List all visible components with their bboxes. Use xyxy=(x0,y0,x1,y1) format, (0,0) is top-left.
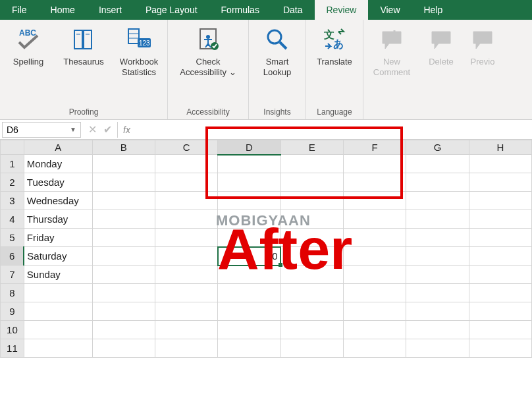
cell-D8[interactable] xyxy=(218,284,280,302)
cell-G2[interactable] xyxy=(406,173,469,192)
tab-view[interactable]: View xyxy=(368,0,412,20)
tab-help[interactable]: Help xyxy=(412,0,455,20)
cell-F1[interactable] xyxy=(344,155,406,173)
row-header-4[interactable]: 4 xyxy=(1,210,24,229)
row-header-8[interactable]: 8 xyxy=(1,284,24,302)
cell-C3[interactable] xyxy=(155,192,218,210)
cancel-formula-icon[interactable]: ✕ xyxy=(88,123,97,136)
cell-D10[interactable] xyxy=(218,321,280,339)
col-header-D[interactable]: D xyxy=(218,140,280,155)
cell-E9[interactable] xyxy=(280,302,343,321)
row-header-2[interactable]: 2 xyxy=(1,173,24,192)
cell-B6[interactable] xyxy=(92,247,155,266)
cell-A8[interactable] xyxy=(24,284,92,302)
cell-F11[interactable] xyxy=(344,339,406,358)
cell-E8[interactable] xyxy=(280,284,343,302)
col-header-F[interactable]: F xyxy=(344,140,406,155)
cell-F7[interactable] xyxy=(344,266,406,284)
cell-E3[interactable] xyxy=(280,192,343,210)
cell-F6[interactable] xyxy=(344,247,406,266)
col-header-H[interactable]: H xyxy=(469,140,531,155)
cell-B10[interactable] xyxy=(92,321,155,339)
cell-H4[interactable] xyxy=(469,210,531,229)
select-all-corner[interactable] xyxy=(1,140,24,155)
chevron-down-icon[interactable]: ▼ xyxy=(70,126,76,133)
row-header-5[interactable]: 5 xyxy=(1,229,24,247)
cell-B8[interactable] xyxy=(92,284,155,302)
cell-D4[interactable] xyxy=(218,210,280,229)
row-header-6[interactable]: 6 xyxy=(1,247,24,266)
cell-D5[interactable] xyxy=(218,229,280,247)
cell-A3[interactable]: Wednesday xyxy=(24,192,92,210)
cell-C6[interactable] xyxy=(155,247,218,266)
row-header-11[interactable]: 11 xyxy=(1,339,24,358)
cell-B5[interactable] xyxy=(92,229,155,247)
cell-A1[interactable]: Monday xyxy=(24,155,92,173)
tab-review[interactable]: Review xyxy=(315,0,369,20)
row-header-9[interactable]: 9 xyxy=(1,302,24,321)
cell-H9[interactable] xyxy=(469,302,531,321)
cell-G8[interactable] xyxy=(406,284,469,302)
col-header-A[interactable]: A xyxy=(24,140,92,155)
tab-page-layout[interactable]: Page Layout xyxy=(134,0,209,20)
cell-G5[interactable] xyxy=(406,229,469,247)
cell-C4[interactable] xyxy=(155,210,218,229)
cell-E4[interactable] xyxy=(280,210,343,229)
cell-A10[interactable] xyxy=(24,321,92,339)
cell-F2[interactable] xyxy=(344,173,406,192)
cell-A4[interactable]: Thursday xyxy=(24,210,92,229)
cell-E1[interactable] xyxy=(280,155,343,173)
translate-button[interactable]: 文あ Translate xyxy=(310,22,359,67)
tab-formulas[interactable]: Formulas xyxy=(209,0,271,20)
cell-G6[interactable] xyxy=(406,247,469,266)
cell-G3[interactable] xyxy=(406,192,469,210)
cell-D6[interactable]: 0 xyxy=(218,247,280,266)
cell-H2[interactable] xyxy=(469,173,531,192)
enter-formula-icon[interactable]: ✔ xyxy=(103,123,112,136)
fx-icon[interactable]: fx xyxy=(117,122,136,138)
new-comment-button[interactable]: NewComment xyxy=(367,22,416,77)
check-accessibility-button[interactable]: CheckAccessibility ⌄ xyxy=(172,22,244,77)
cell-G11[interactable] xyxy=(406,339,469,358)
cell-C9[interactable] xyxy=(155,302,218,321)
cell-C11[interactable] xyxy=(155,339,218,358)
col-header-G[interactable]: G xyxy=(406,140,469,155)
cell-A6[interactable]: Saturday xyxy=(24,247,92,266)
cell-H5[interactable] xyxy=(469,229,531,247)
cell-D7[interactable] xyxy=(218,266,280,284)
cell-G10[interactable] xyxy=(406,321,469,339)
cell-C8[interactable] xyxy=(155,284,218,302)
tab-insert[interactable]: Insert xyxy=(87,0,134,20)
workbook-stats-button[interactable]: 123 WorkbookStatistics xyxy=(115,22,163,77)
cell-A9[interactable] xyxy=(24,302,92,321)
cell-D1[interactable] xyxy=(218,155,280,173)
col-header-C[interactable]: C xyxy=(155,140,218,155)
cell-G7[interactable] xyxy=(406,266,469,284)
name-box[interactable]: D6 ▼ xyxy=(2,122,81,138)
cell-G4[interactable] xyxy=(406,210,469,229)
cell-D11[interactable] xyxy=(218,339,280,358)
row-header-3[interactable]: 3 xyxy=(1,192,24,210)
cell-C2[interactable] xyxy=(155,173,218,192)
previous-comment-button[interactable]: Previo xyxy=(466,22,499,67)
tab-file[interactable]: File xyxy=(0,0,39,20)
row-header-1[interactable]: 1 xyxy=(1,155,24,173)
cell-A5[interactable]: Friday xyxy=(24,229,92,247)
cell-C5[interactable] xyxy=(155,229,218,247)
cell-H8[interactable] xyxy=(469,284,531,302)
cell-D3[interactable] xyxy=(218,192,280,210)
col-header-E[interactable]: E xyxy=(280,140,343,155)
cell-A11[interactable] xyxy=(24,339,92,358)
cell-G9[interactable] xyxy=(406,302,469,321)
row-header-10[interactable]: 10 xyxy=(1,321,24,339)
col-header-B[interactable]: B xyxy=(92,140,155,155)
cell-C7[interactable] xyxy=(155,266,218,284)
cell-H1[interactable] xyxy=(469,155,531,173)
cell-C10[interactable] xyxy=(155,321,218,339)
delete-comment-button[interactable]: Delete xyxy=(423,22,460,67)
cell-B9[interactable] xyxy=(92,302,155,321)
cell-E2[interactable] xyxy=(280,173,343,192)
row-header-7[interactable]: 7 xyxy=(1,266,24,284)
cell-A7[interactable]: Sunday xyxy=(24,266,92,284)
formula-input[interactable] xyxy=(136,122,532,138)
